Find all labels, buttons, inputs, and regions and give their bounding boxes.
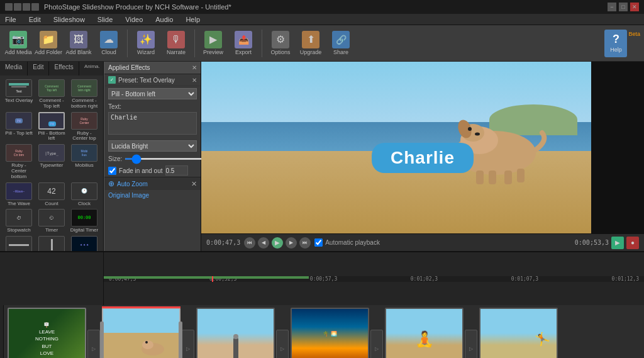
effect-comment-top[interactable]: CommentTop left Comment - Top left (36, 79, 67, 109)
help-label: Help (610, 47, 622, 53)
menu-video[interactable]: Video (123, 16, 145, 23)
help-button[interactable]: ? Help (604, 30, 627, 57)
add-media-button[interactable]: 📷 Add Media (4, 28, 33, 59)
green-ctrl-button[interactable]: ▶ (611, 237, 624, 249)
effect-pill-top[interactable]: Pill Pill - Top left (4, 112, 34, 142)
track-item-3: 5.0 secs (196, 308, 275, 358)
tab-media[interactable]: Media (0, 62, 28, 76)
transition-4[interactable]: ▷ (370, 330, 383, 358)
maximize-button[interactable]: □ (619, 3, 628, 11)
effect-digital-timer-thumb: 00:00 (71, 209, 97, 227)
effect-stopwatch[interactable]: ⏱ Stopwatch (4, 209, 34, 233)
minimize-button[interactable]: − (608, 3, 616, 11)
effect-stopwatch-label: Stopwatch (7, 228, 30, 233)
menu-edit[interactable]: Edit (26, 16, 43, 23)
track-group-6: 🤸 5.0 secs (479, 308, 558, 358)
step-back-button[interactable]: ◀ (258, 237, 269, 249)
options-button[interactable]: ⚙ Options (266, 28, 295, 59)
skip-end-button[interactable]: ⏭ (299, 237, 311, 249)
position-select[interactable]: Pill - Bottom left Pill - Top left Text … (108, 88, 197, 99)
transition-2[interactable]: ▷ (182, 330, 194, 358)
share-button[interactable]: 🔗 Share (326, 28, 355, 59)
font-select[interactable]: Lucida Bright Arial Times New Roman (108, 140, 197, 152)
narrate-button[interactable]: 🎙 Narrate (162, 28, 191, 59)
add-blank-button[interactable]: 🖼 Add Blank (64, 28, 93, 59)
effect-timer[interactable]: ⏲ Timer (36, 209, 67, 233)
effect-ruby-center[interactable]: RubyCenter Ruby - Center top (69, 112, 99, 142)
track-thumb-3[interactable] (196, 308, 275, 358)
menu-help[interactable]: Help (183, 16, 203, 23)
menu-audio[interactable]: Audio (153, 16, 175, 23)
close-button[interactable]: ✕ (630, 3, 639, 11)
track-thumb-2[interactable] (102, 308, 180, 358)
cloud-label: Cloud (101, 50, 116, 56)
track-thumb-img-3 (197, 309, 274, 358)
tab-animations[interactable]: Anima. (79, 62, 106, 76)
options-label: Options (270, 50, 290, 56)
preview-button[interactable]: ▶ Preview (199, 28, 228, 59)
menu-slide[interactable]: Slide (95, 16, 115, 23)
original-image-row[interactable]: Original Image (104, 190, 201, 201)
export-button[interactable]: 📤 Export (229, 28, 258, 59)
effect-pill-bottom[interactable]: Pill Pill - Bottom left (36, 112, 67, 142)
track-thumb-img-4: 🌴 🌅 (292, 309, 368, 358)
auto-zoom-icon[interactable]: ⊕ (108, 179, 114, 188)
track-thumb-6[interactable]: 🤸 (479, 308, 558, 358)
wizard-button[interactable]: ✨ Wizard (131, 28, 160, 59)
text-input[interactable]: Charlie (108, 112, 197, 135)
effect-pill-top-label: Pill - Top left (5, 131, 32, 137)
cloud-button[interactable]: ☁ Cloud (94, 28, 123, 59)
tab-effects[interactable]: Effects (49, 62, 79, 76)
effect-typewriter[interactable]: |Type_ Typewriter (36, 144, 67, 179)
effect-comment-top-label: Comment - Top left (36, 98, 67, 109)
auto-zoom-label: Auto Zoom (117, 181, 148, 187)
applied-effects-close[interactable]: ✕ (192, 64, 197, 71)
transition-1[interactable]: ▷ (87, 330, 100, 358)
transition-3[interactable]: ▷ (276, 330, 289, 358)
app-title: PhotoStage Slideshow Producer by NCH Sof… (44, 3, 231, 11)
play-button[interactable]: ▶ (272, 237, 283, 249)
fade-checkbox[interactable] (108, 167, 116, 175)
menu-file[interactable]: File (3, 16, 19, 23)
add-folder-icon: 📁 (40, 31, 57, 48)
menu-slideshow[interactable]: Slideshow (51, 16, 87, 23)
effect-ruby-bottom[interactable]: RubyCtr btm Ruby - Center bottom (4, 144, 34, 179)
track-thumb-5[interactable]: 🧘 (385, 308, 464, 358)
window-controls[interactable]: − □ ✕ (608, 3, 639, 11)
red-ctrl-button[interactable]: ● (626, 237, 639, 249)
step-forward-button[interactable]: ▶ (286, 237, 297, 249)
effect-comment-bottom[interactable]: Commentbtm right Comment - bottom right (69, 79, 99, 109)
timeline-tracks: 🪧LEAVENOTHINGBUTLOVE 5.0 secs ▷ (4, 305, 644, 358)
options-icon: ⚙ (272, 31, 289, 48)
tab-edit[interactable]: Edit (28, 62, 49, 76)
track-group-5: 🧘 5.0 secs ▷ (385, 308, 477, 358)
effect-digital-timer[interactable]: 00:00 Digital Timer (69, 209, 99, 233)
track-handle-right[interactable] (179, 322, 182, 358)
track-thumb-1[interactable]: 🪧LEAVENOTHINGBUTLOVE (8, 308, 86, 358)
skip-start-button[interactable]: ⏮ (244, 237, 255, 249)
fade-value[interactable] (165, 165, 188, 176)
track-thumb-4[interactable]: 🌴 🌅 (291, 308, 369, 358)
size-slider[interactable] (125, 158, 206, 160)
add-folder-button[interactable]: 📁 Add Folder (34, 28, 63, 59)
svg-point-11 (142, 340, 153, 349)
track-item-5: 🧘 5.0 secs (385, 308, 464, 358)
effect-wave[interactable]: ~Wave~ The Wave (4, 182, 34, 207)
effect-count[interactable]: 42 Count (36, 182, 67, 207)
effect-space[interactable]: ✦ ✦ ✦ Space (69, 236, 99, 251)
effect-horizontal[interactable]: Horizontal (4, 236, 34, 251)
track-handle-left[interactable] (100, 322, 104, 358)
toolbar: 📷 Add Media 📁 Add Folder 🖼 Add Blank ☁ C… (0, 25, 644, 62)
effect-ruby-center-label: Ruby - Center top (69, 131, 99, 142)
auto-playback-checkbox[interactable] (314, 238, 323, 247)
preset-remove-button[interactable]: ✕ (192, 77, 197, 84)
effect-vertical[interactable]: Vertical (36, 236, 67, 251)
upgrade-button[interactable]: ⬆ Upgrade (296, 28, 325, 59)
effect-clock[interactable]: 🕐 Clock (69, 182, 99, 207)
transition-5[interactable]: ▷ (465, 330, 477, 358)
font-row: Lucida Bright Arial Times New Roman (104, 138, 201, 154)
effect-mobilius[interactable]: Mobilius Mobilius (69, 144, 99, 179)
effect-text-overlay[interactable]: Text Text Overlay (4, 79, 34, 109)
auto-zoom-close[interactable]: ✕ (191, 180, 197, 188)
auto-playback-label: Automatic playback (325, 239, 380, 246)
